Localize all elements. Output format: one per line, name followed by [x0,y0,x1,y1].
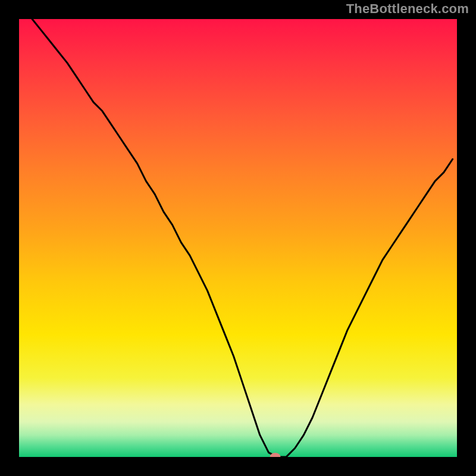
bottleneck-chart [0,0,476,476]
plot-background [19,19,457,457]
watermark-text: TheBottleneck.com [346,1,469,17]
chart-container: TheBottleneck.com [0,0,476,476]
